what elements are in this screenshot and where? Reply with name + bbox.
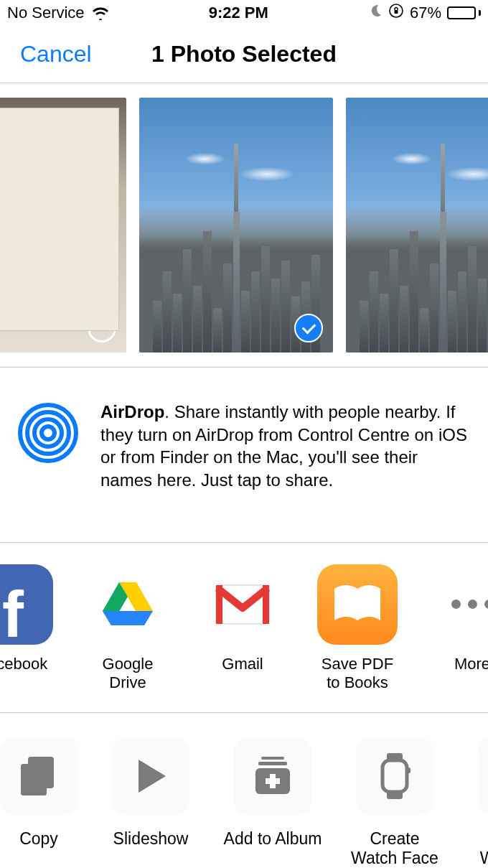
action-label: Add to Album [224, 829, 322, 849]
photo-thumbnail[interactable] [0, 98, 126, 353]
google-drive-icon [88, 564, 168, 645]
page-title: 1 Photo Selected [151, 41, 337, 67]
wifi-icon [92, 6, 109, 20]
svg-rect-26 [383, 760, 407, 792]
moon-icon [368, 4, 383, 22]
orientation-lock-icon [388, 3, 404, 23]
facebook-icon: f [0, 564, 53, 645]
airdrop-icon [16, 401, 80, 465]
svg-point-3 [34, 419, 62, 447]
selection-circle[interactable] [88, 314, 116, 342]
carrier-label: No Service [7, 4, 85, 22]
svg-point-2 [42, 426, 55, 439]
svg-rect-1 [394, 10, 398, 14]
status-bar: No Service 9:22 PM 67% [0, 0, 488, 26]
action-create-watch-face[interactable]: Create Watch Face [342, 737, 448, 868]
share-app-label: Facebook [0, 655, 47, 673]
battery-percent: 67% [410, 4, 441, 22]
airdrop-title: AirDrop [100, 402, 164, 421]
clock: 9:22 PM [109, 4, 368, 22]
share-app-label: Google Drive [82, 655, 174, 692]
battery-icon [447, 6, 481, 19]
share-app-label: Save PDF to Books [322, 655, 393, 692]
actions-row[interactable]: Copy Slideshow Add to Album [0, 713, 488, 868]
gmail-icon [202, 564, 283, 645]
share-app-more[interactable]: More [426, 564, 488, 692]
svg-rect-27 [408, 767, 410, 773]
share-app-facebook[interactable]: f Facebook [0, 564, 59, 692]
photo-thumbnail[interactable] [346, 98, 488, 353]
photo-thumbnail[interactable] [139, 98, 333, 353]
copy-icon [0, 737, 78, 815]
more-icon [432, 564, 488, 645]
airdrop-text: AirDrop. Share instantly with people nea… [100, 401, 474, 492]
share-app-books[interactable]: Save PDF to Books [311, 564, 403, 692]
nav-bar: Cancel 1 Photo Selected [0, 26, 488, 83]
svg-rect-11 [263, 585, 269, 624]
share-app-gmail[interactable]: Gmail [197, 564, 288, 692]
phone-icon [478, 737, 488, 815]
action-use-as-wallpaper[interactable]: Use as Wallpaper [464, 737, 488, 868]
cancel-button[interactable]: Cancel [20, 41, 92, 67]
svg-rect-20 [258, 762, 287, 765]
svg-rect-23 [266, 778, 280, 784]
airdrop-section: AirDrop. Share instantly with people nea… [0, 368, 488, 543]
svg-rect-19 [261, 757, 284, 760]
watch-icon [356, 737, 433, 815]
share-app-google-drive[interactable]: Google Drive [82, 564, 174, 692]
action-label: Slideshow [113, 829, 189, 849]
action-slideshow[interactable]: Slideshow [98, 737, 204, 868]
svg-rect-10 [216, 585, 222, 624]
action-add-to-album[interactable]: Add to Album [220, 737, 326, 868]
photo-thumbnails-row[interactable] [0, 83, 488, 368]
action-label: Copy [19, 829, 58, 849]
action-copy[interactable]: Copy [0, 737, 82, 868]
svg-marker-18 [139, 760, 166, 793]
action-label: Create Watch Face [351, 829, 438, 868]
share-apps-row[interactable]: f Facebook Google Drive Gmail [0, 543, 488, 713]
ibooks-icon [317, 564, 398, 645]
action-label: Use as Wallpaper [480, 829, 488, 868]
share-app-label: Gmail [222, 655, 263, 673]
svg-rect-17 [21, 764, 47, 795]
play-icon [112, 737, 189, 815]
share-app-label: More [454, 655, 488, 673]
svg-marker-8 [103, 611, 153, 625]
selection-circle-checked[interactable] [294, 314, 323, 342]
album-add-icon [234, 737, 311, 815]
